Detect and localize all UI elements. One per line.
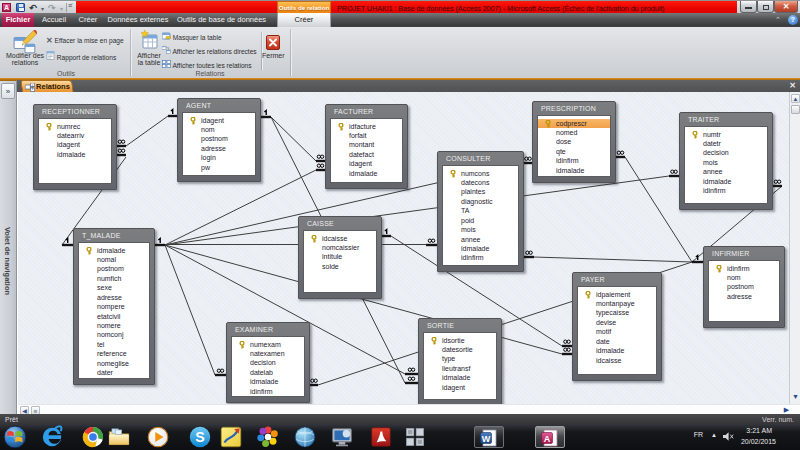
svg-text:S: S: [195, 429, 204, 445]
svg-text:A: A: [544, 434, 551, 444]
svg-text:W: W: [482, 434, 491, 444]
